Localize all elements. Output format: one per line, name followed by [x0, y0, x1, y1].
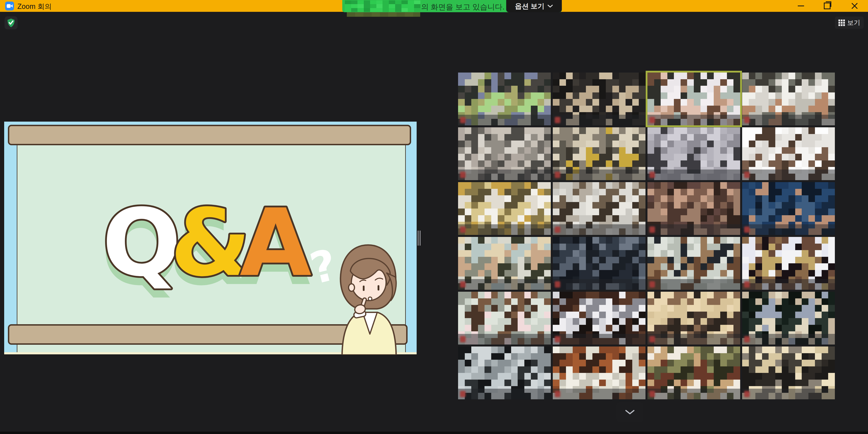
participant-tile[interactable]: [458, 127, 551, 180]
participant-tile[interactable]: [553, 72, 646, 125]
participant-tile[interactable]: [458, 292, 551, 344]
muted-mic-icon: [460, 391, 466, 397]
participant-name-bar: [458, 389, 551, 399]
participant-tile[interactable]: [553, 127, 646, 180]
muted-mic-icon: [649, 391, 655, 397]
muted-mic-icon: [460, 172, 466, 178]
muted-mic-icon: [744, 391, 750, 397]
participant-name-bar: [553, 334, 646, 344]
camera-lens-icon: [11, 4, 12, 7]
participant-name-bar: [647, 169, 740, 180]
chevron-down-icon: [625, 409, 635, 415]
participant-tile[interactable]: [647, 346, 740, 399]
participant-tile[interactable]: [742, 127, 835, 180]
camera-icon: [7, 4, 11, 8]
participant-name-bar: [742, 389, 835, 399]
participant-tile[interactable]: [647, 237, 740, 290]
participant-tile[interactable]: [553, 292, 646, 344]
close-button[interactable]: [844, 0, 865, 12]
muted-mic-icon: [744, 336, 750, 342]
participant-tile[interactable]: [553, 182, 646, 235]
participant-name-bar: [458, 169, 551, 180]
participant-tile[interactable]: [647, 182, 740, 235]
participant-name-bar: [742, 115, 835, 125]
restore-button[interactable]: [816, 0, 838, 12]
muted-mic-icon: [649, 172, 655, 178]
participant-tile[interactable]: [458, 72, 551, 125]
participant-name-bar: [553, 279, 646, 290]
view-options-label: 옵션 보기: [515, 2, 545, 11]
gallery-grid-icon: [838, 20, 845, 26]
letter-a: A: [240, 189, 312, 297]
participant-tile[interactable]: [553, 346, 646, 399]
chevron-down-icon: [547, 4, 553, 8]
panel-resize-handle[interactable]: [417, 231, 421, 245]
view-layout-button[interactable]: 보기: [835, 16, 864, 29]
muted-mic-icon: [744, 227, 750, 233]
participant-name-bar: [647, 334, 740, 344]
muted-mic-icon: [555, 172, 560, 178]
participant-tile[interactable]: [647, 127, 740, 180]
participant-name-bar: [458, 224, 551, 235]
participant-tile[interactable]: [647, 292, 740, 344]
participant-tile[interactable]: [458, 182, 551, 235]
participant-name-bar: [647, 115, 740, 125]
participant-tile-active-speaker[interactable]: [647, 72, 740, 125]
participant-name-bar: [553, 389, 646, 399]
participant-tile[interactable]: [458, 346, 551, 399]
share-banner-message: 의 화면을 보고 있습니다.: [421, 2, 504, 12]
participant-tile[interactable]: [458, 237, 551, 290]
participant-tile[interactable]: [553, 237, 646, 290]
close-icon: [851, 3, 858, 9]
participant-name-bar: [458, 115, 551, 125]
thinking-woman-illustration: [331, 241, 406, 355]
participant-tile[interactable]: [742, 346, 835, 399]
restore-icon: [824, 3, 831, 9]
minimize-button[interactable]: [790, 0, 812, 12]
screen-share-banner: 의 화면을 보고 있습니다. 옵션 보기: [342, 0, 562, 12]
muted-mic-icon: [744, 117, 750, 123]
zoom-meeting-window: Zoom 회의 의 화면을 보고 있습니다. 옵션 보기: [0, 0, 868, 434]
participant-name-bar: [647, 389, 740, 399]
muted-mic-icon: [460, 281, 466, 288]
muted-mic-icon: [555, 391, 560, 397]
participant-tile[interactable]: [742, 72, 835, 125]
muted-mic-icon: [649, 336, 655, 342]
muted-mic-icon: [460, 227, 466, 233]
participant-name-bar: [742, 279, 835, 290]
participant-tile[interactable]: [742, 237, 835, 290]
view-button-label: 보기: [847, 18, 860, 27]
view-options-button[interactable]: 옵션 보기: [506, 0, 562, 12]
letter-amp: &: [170, 189, 251, 297]
participant-name-bar: [647, 279, 740, 290]
muted-mic-icon: [744, 281, 750, 288]
window-title: Zoom 회의: [18, 2, 52, 11]
participant-name-bar: [553, 224, 646, 235]
participant-name-bar: [742, 334, 835, 344]
muted-mic-icon: [460, 117, 466, 123]
muted-mic-icon: [555, 227, 560, 233]
muted-mic-icon: [744, 172, 750, 178]
participant-tile[interactable]: [742, 182, 835, 235]
muted-mic-icon: [555, 281, 560, 288]
participant-name-bar: [553, 115, 646, 125]
participant-name-bar: [553, 169, 646, 180]
participant-name-bar: [742, 224, 835, 235]
participant-name-bar: [458, 279, 551, 290]
letter-q: Q: [102, 189, 181, 297]
security-shield-icon: [7, 18, 16, 28]
shared-screen-slide: Q & A Q & A ?: [4, 122, 416, 355]
more-participants-button[interactable]: [617, 402, 643, 422]
muted-mic-icon: [555, 117, 560, 123]
security-button[interactable]: [4, 16, 18, 29]
muted-mic-icon: [649, 117, 655, 123]
minimize-icon: [798, 5, 804, 6]
screen-bottom-edge: [0, 432, 868, 434]
participant-name-bar: [458, 334, 551, 344]
censored-name: [345, 0, 421, 12]
zoom-app-icon: [5, 2, 14, 10]
participant-tile[interactable]: [742, 292, 835, 344]
muted-mic-icon: [555, 336, 560, 342]
participant-name-bar: [742, 169, 835, 180]
censored-name-overflow: [347, 12, 420, 17]
